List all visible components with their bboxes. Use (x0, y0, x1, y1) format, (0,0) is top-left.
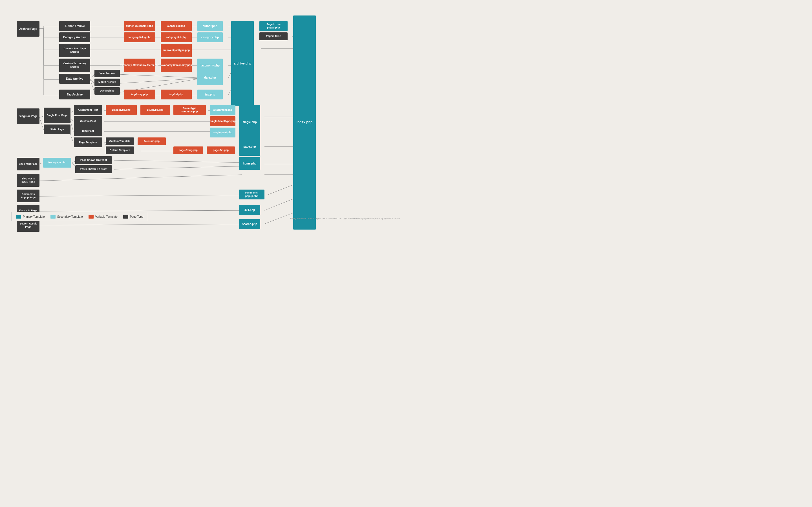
svg-line-18 (120, 78, 203, 83)
subtype-php-node: $subtype.php (140, 105, 170, 115)
single-post-page-node: Single Post Page (44, 108, 70, 123)
single-posttype-php-node: single-$posttype.php (210, 116, 236, 126)
legend-item-primary: Primary Template (16, 215, 45, 219)
paged-false-node: Paged: false (259, 33, 288, 40)
mimetype-subtype-php-node: $mimetype $subtype.php (173, 105, 206, 115)
custom-php-node: $custom.php (138, 137, 166, 145)
svg-line-17 (120, 74, 203, 78)
legend-swatch-secondary (50, 215, 56, 219)
author-php-node: author.php (197, 21, 223, 31)
day-archive-node: Day Archive (94, 87, 120, 95)
attachment-post-node: Attachment Post (74, 105, 102, 115)
custom-post-node: Custom Post (74, 116, 102, 126)
tag-archive-node: Tag Archive (59, 90, 90, 100)
home-php-node: home.php (239, 157, 260, 170)
mimetype-php-node: $mimetype.php (106, 105, 137, 115)
svg-line-30 (40, 116, 44, 117)
date-archive-node: Date Archive (59, 74, 90, 83)
svg-line-15 (90, 79, 94, 83)
page-id-php-node: page-$id.php (207, 147, 235, 154)
date-php-node: date.php (197, 70, 223, 86)
legend-swatch-page-type (123, 215, 128, 219)
svg-line-56 (114, 160, 242, 163)
legend-swatch-variable (89, 215, 94, 219)
diagram-container: Archive Page Author Archive Category Arc… (0, 0, 406, 225)
error-404-php-node: 404.php (239, 205, 260, 215)
blog-post-node: Blog Post (74, 126, 102, 136)
svg-line-65 (40, 224, 242, 225)
page-shown-on-front-node: Page Shown On Front (75, 156, 112, 164)
custom-taxonomy-archive-node: Custom Taxonomy Archive (59, 59, 90, 72)
svg-line-61 (40, 195, 242, 196)
tag-slug-node: tag-$slug.php (124, 90, 155, 100)
svg-line-31 (40, 117, 44, 130)
site-front-page-node: Site Front Page (17, 158, 40, 170)
author-id-node: author-$id.php (161, 21, 192, 31)
tag-php-node: tag.php (197, 90, 223, 100)
page-template-node: Page Template (74, 137, 102, 147)
comments-popup-node: Comments Popup Page (17, 189, 40, 202)
tag-id-node: tag-$id.php (161, 90, 192, 100)
legend-item-page-type: Page Type (123, 215, 144, 219)
front-page-php-node: front-page.php (43, 158, 71, 168)
taxonomy-term-node: taxonomy-$taxonomy-$term.php (124, 59, 155, 72)
legend-item-variable: Variable Template (89, 215, 117, 219)
category-php-node: category.php (197, 33, 223, 42)
custom-template-node: Custom Template (106, 137, 134, 145)
archive-posttype-node: archive-$posttype.php (161, 44, 192, 57)
svg-line-14 (90, 74, 94, 79)
single-php-node: single.php (239, 105, 260, 139)
author-archive-node: Author Archive (59, 21, 90, 31)
legend: Primary Template Secondary Template Vari… (11, 212, 148, 221)
custom-post-type-archive-node: Custom Post Type Archive (59, 44, 90, 57)
category-archive-node: Category Archive (59, 33, 90, 42)
svg-line-63 (40, 210, 242, 211)
search-php-node: search.php (239, 219, 260, 229)
svg-line-16 (90, 79, 94, 93)
legend-item-secondary: Secondary Template (50, 215, 83, 219)
single-post-php-node: single-post.php (210, 128, 236, 137)
paged-true-node: Paged: true paged.php (259, 21, 288, 31)
svg-line-64 (264, 197, 297, 210)
default-template-node: Default Template (106, 147, 134, 154)
singular-page-node: Singular Page (17, 108, 40, 124)
category-id-node: category-$id.php (161, 33, 192, 42)
archive-page-node: Archive Page (17, 21, 40, 37)
legend-swatch-primary (16, 215, 21, 219)
svg-line-59 (40, 175, 242, 181)
blog-posts-index-node: Blog Posts Index Page (17, 174, 40, 187)
comments-popup-php-node: comments-popup.php (239, 189, 264, 200)
author-nicename-node: author-$nicename.php (124, 21, 155, 31)
category-slug-node: category-$slug.php (124, 33, 155, 42)
posts-shown-on-front-node: Posts Shown On Front (75, 165, 112, 173)
static-page-node: Static Page (44, 124, 70, 134)
page-php-node: page.php (239, 137, 260, 156)
footer-text: Designed by Michelle Schup at marktimeme… (290, 217, 400, 220)
svg-line-57 (114, 166, 242, 169)
attachment-php-node: attachment.php (210, 105, 236, 115)
month-archive-node: Month Archive (94, 78, 120, 86)
archive-php-node: archive.php (231, 21, 254, 106)
taxonomy-taxonomy-node: taxonomy-$taxonomy.php (161, 59, 192, 72)
page-slug-php-node: page-$slug.php (173, 147, 203, 154)
year-archive-node: Year Archive (94, 70, 120, 77)
index-php-node: index.php (293, 15, 316, 230)
svg-line-62 (267, 183, 297, 195)
